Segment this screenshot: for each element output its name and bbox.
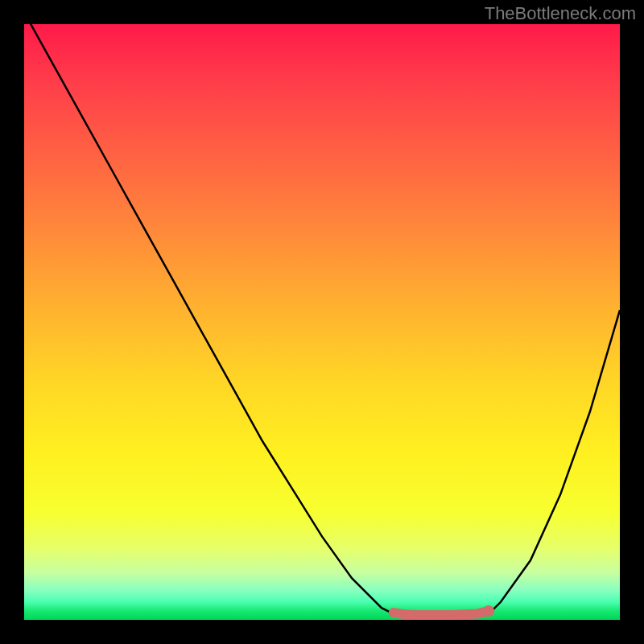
sweet-spot-marker	[394, 611, 489, 615]
plot-area	[24, 24, 620, 620]
chart-container: TheBottleneck.com	[0, 0, 644, 644]
watermark-text: TheBottleneck.com	[485, 3, 636, 24]
sweet-spot-end-dot	[483, 605, 494, 617]
bottleneck-curve	[24, 24, 620, 617]
curve-svg	[24, 24, 620, 620]
